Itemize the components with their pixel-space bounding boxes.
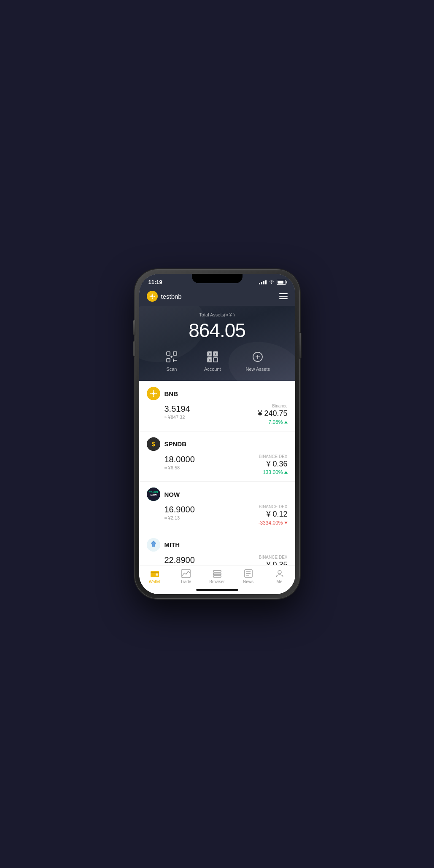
signal-icon (259, 280, 267, 284)
total-amount: 864.05 (148, 319, 287, 342)
trade-icon (181, 569, 191, 578)
mith-logo-icon (147, 538, 160, 552)
svg-rect-32 (213, 571, 221, 572)
scan-icon (164, 349, 179, 364)
bnb-name: BNB (164, 390, 178, 397)
svg-text:TOKEN: TOKEN (149, 491, 158, 493)
bnb-change: 7.05% (258, 419, 287, 425)
total-label: Total Assets(≈ ¥ ) (148, 312, 287, 317)
svg-text:NOW: NOW (150, 494, 156, 496)
trade-label: Trade (181, 579, 191, 584)
wallet-label: Wallet (149, 579, 160, 584)
bnb-exchange: Binance (258, 404, 287, 408)
account-icon (205, 349, 220, 364)
spndb-logo-icon: $ (147, 437, 160, 451)
now-name: NOW (164, 491, 180, 498)
svg-rect-13 (208, 353, 211, 355)
svg-rect-34 (213, 576, 221, 577)
spndb-price: ¥ 0.36 (259, 460, 288, 469)
svg-rect-31 (182, 569, 190, 578)
svg-rect-12 (213, 358, 218, 362)
svg-rect-3 (173, 352, 177, 355)
phone-inner: 11:19 (139, 274, 295, 594)
spndb-change-arrow-icon (284, 471, 288, 474)
asset-item-spndb[interactable]: $ SPNDB 18.0000 ≈ ¥6.58 BINANCE DEX ¥ 0.… (139, 431, 295, 482)
now-change: -3334.00% (258, 520, 287, 526)
account-action[interactable]: Account (204, 349, 221, 372)
now-balance-cny: ≈ ¥2.13 (164, 515, 195, 520)
logo-area[interactable]: testbnb (147, 291, 182, 302)
nav-wallet[interactable]: Wallet (139, 569, 170, 584)
bnb-app-logo-icon (147, 291, 158, 302)
now-exchange: BINANCE DEX (258, 504, 287, 509)
scan-label: Scan (166, 367, 177, 372)
bnb-change-arrow-icon (284, 421, 288, 423)
me-label: Me (277, 579, 283, 584)
status-time: 11:19 (148, 279, 162, 285)
new-assets-action[interactable]: New Assets (246, 349, 270, 372)
nav-trade[interactable]: Trade (170, 569, 202, 584)
assets-list: BNB 3.5194 ≈ ¥847.32 Binance ¥ 240.75 7.… (139, 381, 295, 565)
bnb-balance: 3.5194 (164, 404, 190, 414)
status-bar: 11:19 (139, 274, 295, 287)
now-balance: 16.9000 (164, 504, 195, 514)
mith-price: ¥ 0.35 (259, 560, 288, 565)
now-logo-icon: NOW TOKEN (147, 488, 160, 501)
battery-icon (277, 280, 286, 285)
me-icon (275, 569, 284, 578)
spndb-change: 133.00% (259, 469, 288, 475)
screen: 11:19 (139, 274, 295, 594)
bnb-price: ¥ 240.75 (258, 409, 287, 418)
now-price: ¥ 0.12 (258, 510, 287, 519)
mith-exchange: BINANCE DEX (259, 555, 288, 560)
wallet-icon (150, 569, 159, 578)
app-header: testbnb (139, 287, 295, 306)
scan-action[interactable]: Scan (164, 349, 179, 372)
asset-item-now[interactable]: NOW TOKEN NOW 16.9000 ≈ ¥2.13 BINANCE DE… (139, 482, 295, 532)
news-icon (244, 569, 253, 578)
nav-news[interactable]: News (233, 569, 264, 584)
asset-item-bnb[interactable]: BNB 3.5194 ≈ ¥847.32 Binance ¥ 240.75 7.… (139, 381, 295, 431)
spndb-balance-cny: ≈ ¥6.58 (164, 465, 195, 470)
svg-rect-14 (214, 353, 217, 355)
svg-rect-30 (156, 573, 158, 576)
spndb-exchange: BINANCE DEX (259, 454, 288, 459)
svg-point-39 (278, 571, 281, 574)
mith-balance: 22.8900 (164, 555, 195, 565)
status-icons (259, 280, 286, 285)
nav-browser[interactable]: Browser (202, 569, 233, 584)
account-label: Account (204, 367, 221, 372)
bottom-nav: Wallet Trade (139, 565, 295, 586)
svg-rect-15 (208, 359, 211, 361)
svg-point-16 (253, 352, 262, 362)
browser-label: Browser (209, 579, 225, 584)
now-change-arrow-icon (284, 522, 288, 524)
notch (192, 274, 243, 283)
mith-name: MITH (164, 541, 180, 548)
svg-point-0 (271, 283, 272, 284)
menu-icon[interactable] (279, 293, 288, 299)
asset-item-mith[interactable]: MITH 22.8900 ≈ ¥8.02 BINANCE DEX ¥ 0.35 … (139, 532, 295, 565)
svg-rect-4 (167, 359, 170, 362)
svg-rect-2 (167, 352, 170, 355)
news-label: News (243, 579, 253, 584)
svg-text:$: $ (152, 441, 155, 447)
new-assets-icon (250, 349, 265, 364)
home-bar (196, 589, 238, 591)
spndb-balance: 18.0000 (164, 454, 195, 464)
browser-icon (213, 569, 222, 578)
svg-rect-33 (213, 573, 221, 575)
phone-frame: 11:19 (135, 270, 299, 598)
svg-rect-29 (151, 572, 159, 573)
bnb-balance-cny: ≈ ¥847.32 (164, 415, 190, 420)
hero-section: Total Assets(≈ ¥ ) 864.05 (139, 306, 295, 381)
app-username: testbnb (161, 293, 182, 300)
wifi-icon (269, 280, 275, 285)
hero-actions: Scan (148, 349, 287, 372)
spndb-name: SPNDB (164, 440, 187, 447)
nav-me[interactable]: Me (264, 569, 295, 584)
new-assets-label: New Assets (246, 367, 270, 372)
bnb-logo-icon (147, 387, 160, 400)
home-indicator (139, 586, 295, 594)
